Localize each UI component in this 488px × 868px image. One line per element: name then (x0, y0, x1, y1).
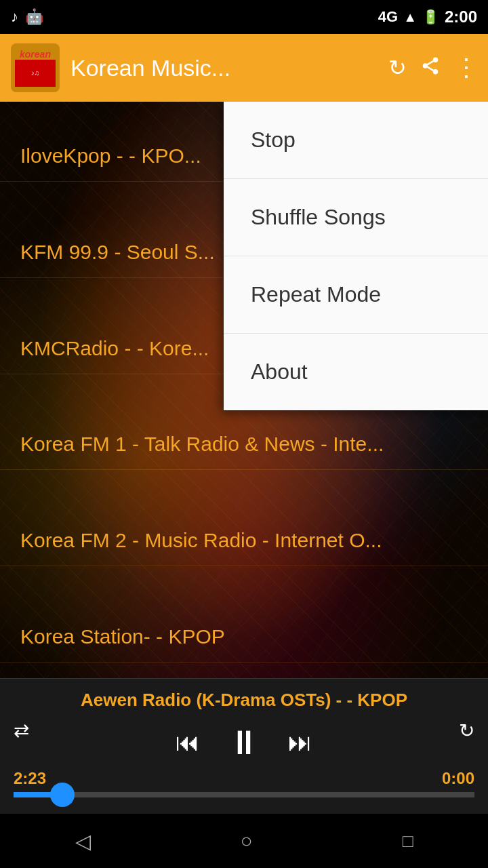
current-time: 2:23 (14, 769, 46, 788)
status-left-icons: ♪ 🤖 (11, 8, 43, 26)
android-icon: 🤖 (25, 8, 43, 26)
music-note-icon: ♪ (11, 8, 18, 26)
network-type: 4G (378, 8, 398, 26)
app-bar-actions: ↻ ⋮ (388, 54, 477, 82)
signal-icon: ▲ (403, 9, 417, 25)
progress-bar[interactable] (14, 792, 474, 797)
status-bar: ♪ 🤖 4G ▲ 🔋 2:00 (0, 0, 488, 34)
repeat-button[interactable]: ↻ (459, 719, 474, 742)
more-vertical-icon[interactable]: ⋮ (454, 54, 477, 82)
main-content: IloveKpop - - KPO... KFM 99.9 - Seoul S.… (0, 102, 488, 692)
svg-point-0 (433, 57, 439, 62)
app-bar: korean ♪♫ Korean Music... ↻ ⋮ (0, 34, 488, 102)
time-row: 2:23 0:00 (0, 769, 488, 788)
svg-point-1 (423, 63, 428, 68)
share-icon[interactable] (420, 56, 441, 81)
app-logo: korean ♪♫ (11, 43, 60, 92)
pause-button[interactable]: ⏸ (227, 723, 261, 762)
recents-button[interactable]: □ (403, 831, 413, 852)
list-item[interactable]: Korea Station- - KPOP (0, 612, 488, 663)
shuffle-button[interactable]: ⇄ (14, 719, 29, 742)
next-button[interactable]: ⏭ (288, 728, 312, 757)
player-bar: ⇄ ↻ Aewen Radio (K-Drama OSTs) - - KPOP … (0, 678, 488, 814)
svg-line-4 (428, 61, 434, 64)
list-item[interactable]: Korea FM 2 - Music Radio - Internet O... (0, 515, 488, 566)
now-playing-label: Aewen Radio (K-Drama OSTs) - - KPOP (0, 679, 488, 716)
logo-text: korean ♪♫ (15, 49, 56, 87)
menu-item-stop[interactable]: Stop (224, 102, 488, 179)
battery-icon: 🔋 (422, 9, 439, 25)
list-item[interactable]: Korea FM 1 - Talk Radio & News - Inte... (0, 419, 488, 470)
nav-bar: ◁ ○ □ (0, 814, 488, 868)
player-controls: ⏮ ⏸ ⏭ (0, 716, 488, 769)
app-title: Korean Music... (70, 55, 388, 81)
menu-item-repeat[interactable]: Repeat Mode (224, 256, 488, 334)
menu-item-about[interactable]: About (224, 334, 488, 410)
back-button[interactable]: ◁ (75, 829, 91, 853)
dropdown-menu: Stop Shuffle Songs Repeat Mode About (224, 102, 488, 410)
menu-item-shuffle[interactable]: Shuffle Songs (224, 179, 488, 256)
progress-thumb[interactable] (50, 783, 75, 807)
total-time: 0:00 (442, 769, 474, 788)
clock: 2:00 (445, 7, 477, 26)
svg-line-3 (428, 66, 434, 70)
home-button[interactable]: ○ (241, 829, 253, 852)
refresh-icon[interactable]: ↻ (388, 55, 407, 81)
svg-point-2 (433, 69, 439, 75)
status-right: 4G ▲ 🔋 2:00 (378, 7, 477, 26)
prev-button[interactable]: ⏮ (176, 728, 200, 757)
